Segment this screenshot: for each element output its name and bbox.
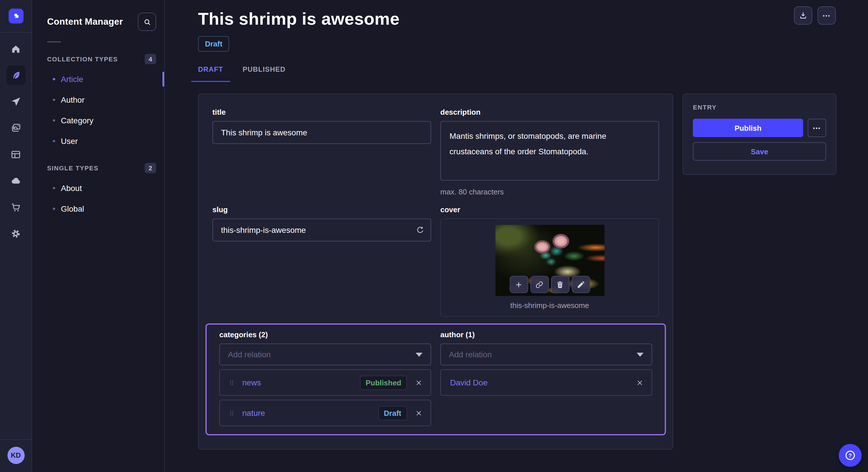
categories-field: categories (2) Add relation (219, 330, 431, 426)
sidebar-item-author[interactable]: Author (32, 90, 164, 110)
remove-relation-button[interactable] (415, 409, 423, 417)
copy-link-button[interactable] (530, 276, 549, 293)
sidebar-item-category[interactable]: Category (32, 110, 164, 131)
edit-asset-button[interactable] (571, 276, 590, 293)
relation-link[interactable]: nature (242, 408, 265, 417)
sidebar-item-about[interactable]: About (32, 178, 164, 198)
title-label: title (212, 108, 431, 116)
content-type-builder-icon[interactable] (6, 144, 26, 164)
remove-relation-button[interactable] (415, 379, 423, 386)
sidebar-item-global[interactable]: Global (32, 198, 164, 219)
cover-actions (509, 276, 590, 293)
title-field: title (212, 108, 431, 196)
add-relation-placeholder: Add relation (228, 350, 271, 359)
sidebar-item-article[interactable]: Article (32, 69, 164, 90)
drag-handle-icon[interactable] (228, 409, 236, 417)
sidebar-item-label: Author (61, 95, 85, 104)
entry-panel-title: ENTRY (693, 104, 826, 111)
relations-highlight-section: categories (2) Add relation (206, 324, 666, 435)
drag-handle-icon[interactable] (228, 379, 236, 386)
relation-link[interactable]: news (242, 378, 261, 387)
sidebar-item-label: User (61, 136, 78, 146)
sidebar-item-label: Article (61, 74, 83, 84)
content-manager-feather-icon[interactable] (6, 65, 26, 85)
categories-add-relation-select[interactable]: Add relation (219, 343, 431, 365)
refresh-icon (415, 225, 425, 235)
bullet-icon (53, 119, 55, 122)
save-button[interactable]: Save (693, 142, 826, 161)
active-indicator (162, 72, 164, 87)
relation-item-nature: nature Draft (219, 400, 431, 426)
plus-icon (515, 280, 523, 289)
svg-text:?: ? (848, 452, 852, 459)
close-icon (415, 379, 423, 386)
link-icon (535, 280, 544, 289)
categories-label: categories (2) (219, 330, 431, 339)
sidebar-item-user[interactable]: User (32, 131, 164, 151)
user-avatar[interactable]: KD (7, 447, 24, 464)
author-label: author (1) (440, 330, 652, 339)
add-asset-button[interactable] (509, 276, 528, 293)
relation-link[interactable]: David Doe (450, 378, 488, 387)
description-label: description (440, 108, 659, 116)
remove-relation-button[interactable] (636, 379, 644, 386)
section-label: SINGLE TYPES (47, 165, 98, 171)
cover-asset-card: this-shrimp-is-awesome (440, 218, 659, 316)
section-label: COLLECTION TYPES (47, 56, 118, 63)
page-title: This shrimp is awesome (198, 9, 868, 29)
search-button[interactable] (138, 12, 156, 31)
home-icon[interactable] (6, 39, 26, 59)
description-field: description Mantis shrimps, or stomatopo… (440, 108, 659, 196)
bullet-icon (53, 78, 55, 80)
rail-icons (6, 39, 26, 243)
rail-divider (0, 32, 32, 33)
more-icon: ⋯ (813, 124, 821, 132)
slug-field: slug (212, 205, 431, 316)
send-icon[interactable] (6, 92, 26, 111)
tab-draft[interactable]: DRAFT (191, 65, 230, 82)
entry-more-button[interactable]: ⋯ (808, 119, 826, 137)
chevron-down-icon (415, 352, 423, 357)
status-badge: Draft (198, 36, 229, 52)
description-hint: max. 80 characters (440, 188, 659, 196)
rail-bottom-divider (0, 439, 32, 440)
media-library-icon[interactable] (6, 118, 26, 138)
add-relation-placeholder: Add relation (449, 350, 492, 359)
tab-published[interactable]: PUBLISHED (236, 65, 292, 82)
sidebar-item-label: About (61, 183, 82, 193)
header-actions: ⋯ (794, 6, 836, 25)
export-download-button[interactable] (794, 6, 812, 25)
download-icon (799, 11, 808, 20)
header-more-button[interactable]: ⋯ (817, 6, 836, 25)
user-initials: KD (11, 451, 21, 460)
single-types-section: SINGLE TYPES 2 About Global (32, 158, 164, 219)
settings-gear-icon[interactable] (6, 224, 26, 243)
slug-input[interactable] (212, 218, 431, 241)
main-nav: KD (0, 0, 32, 472)
edit-form-card: title description Mantis shrimps, or sto… (198, 94, 673, 450)
collection-types-section: COLLECTION TYPES 4 Article Author Catego… (32, 49, 164, 151)
search-icon (143, 18, 151, 26)
question-mark-icon: ? (844, 449, 857, 462)
close-icon (636, 379, 644, 386)
strapi-logo[interactable] (8, 9, 23, 24)
relation-status-badge: Published (360, 375, 407, 390)
content-manager-subnav: Content Manager COLLECTION TYPES 4 Artic… (32, 0, 165, 472)
collection-types-count-badge: 4 (145, 54, 156, 64)
close-icon (415, 409, 423, 417)
author-field: author (1) Add relation David Doe (440, 330, 652, 426)
regenerate-slug-button[interactable] (415, 225, 425, 235)
single-types-count-badge: 2 (145, 163, 156, 173)
marketplace-cart-icon[interactable] (6, 197, 26, 217)
cover-filename: this-shrimp-is-awesome (510, 301, 589, 310)
chevron-down-icon (637, 352, 644, 357)
publish-button[interactable]: Publish (693, 119, 803, 137)
subnav-divider (47, 41, 61, 42)
app-window: KD Content Manager COLLECTION TYPES 4 Ar… (0, 0, 868, 472)
author-add-relation-select[interactable]: Add relation (440, 343, 652, 365)
help-button[interactable]: ? (839, 444, 862, 467)
cloud-icon[interactable] (6, 171, 26, 191)
title-input[interactable] (212, 121, 431, 144)
description-textarea[interactable]: Mantis shrimps, or stomatopods, are mari… (440, 121, 659, 181)
delete-asset-button[interactable] (551, 276, 569, 293)
